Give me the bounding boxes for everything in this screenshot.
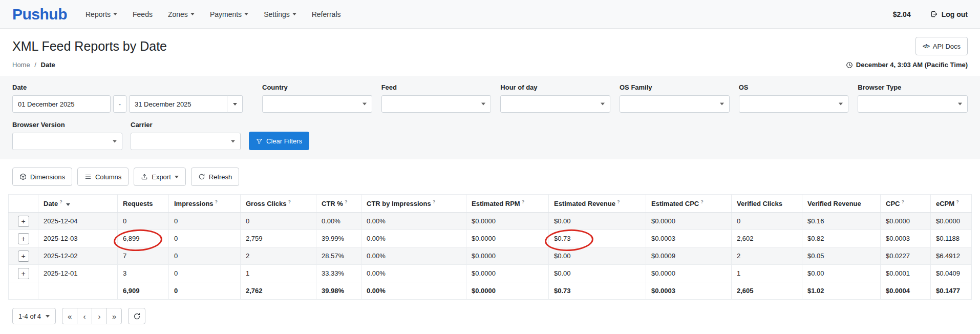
logout-button[interactable]: Log out [930, 10, 968, 18]
logout-label: Log out [942, 10, 968, 18]
nav-item-settings[interactable]: Settings [264, 10, 296, 18]
cell-impressions: 0 [169, 213, 241, 230]
country-select[interactable] [262, 95, 372, 113]
next-page-button[interactable]: › [92, 308, 107, 324]
cell-verified-revenue: $0.16 [802, 213, 881, 230]
cell-requests: 3 [118, 265, 169, 282]
nav-item-label: Payments [210, 10, 242, 18]
page-title: XML Feed Reports by Date [12, 39, 167, 54]
cell-date: 2025-12-01 [38, 265, 118, 282]
browser-type-select[interactable] [858, 95, 968, 113]
account-balance[interactable]: $2.04 [893, 10, 911, 18]
cell-impressions: 0 [169, 247, 241, 265]
totals-row: 6,90902,76239.98%0.00%$0.0000$0.73$0.000… [9, 282, 972, 300]
nav-item-referrals[interactable]: Referrals [312, 10, 341, 18]
table-header-row: Date?RequestsImpressions?Gross Clicks?CT… [9, 195, 972, 213]
nav-item-feeds[interactable]: Feeds [133, 10, 153, 18]
col-gross-clicks: Gross Clicks? [241, 195, 316, 213]
column-label: Date [44, 200, 58, 207]
expand-cell: + [9, 230, 38, 247]
navbar: Pushub ReportsFeedsZonesPaymentsSettings… [0, 0, 980, 29]
help-marker: ? [345, 199, 348, 204]
total-estimated-rpm: $0.0000 [466, 282, 549, 300]
col-date[interactable]: Date? [38, 195, 118, 213]
cell-ctr-by-impressions: 0.00% [361, 230, 466, 247]
cell-date: 2025-12-04 [38, 213, 118, 230]
column-label: Estimated RPM [472, 200, 520, 207]
date-to-input[interactable] [129, 95, 227, 113]
expand-row-button[interactable]: + [18, 216, 29, 227]
chevron-down-icon [958, 103, 962, 106]
help-marker: ? [700, 199, 704, 204]
browser-version-select[interactable] [12, 133, 122, 150]
col-ecpm: eCPM? [931, 195, 972, 213]
expand-row-button[interactable]: + [18, 233, 29, 244]
last-page-button[interactable]: » [106, 308, 122, 324]
total-cpc: $0.0004 [881, 282, 931, 300]
nav-item-label: Zones [168, 10, 188, 18]
refresh-button[interactable]: Refresh [191, 168, 240, 186]
navbar-right: $2.04 Log out [893, 10, 968, 18]
filter-os-family: OS Family [620, 84, 730, 113]
col-ctr-by-impressions: CTR by Impressions? [361, 195, 466, 213]
cell-ctr: 33.33% [316, 265, 361, 282]
cell-estimated-cpc: $0.0003 [646, 230, 732, 247]
col-estimated-cpc: Estimated CPC? [646, 195, 732, 213]
cell-requests: 7 [118, 247, 169, 265]
total-impressions: 0 [169, 282, 241, 300]
column-label: CTR % [322, 200, 343, 207]
nav-item-label: Referrals [312, 10, 341, 18]
total-verified-revenue: $1.02 [802, 282, 881, 300]
export-button[interactable]: Export [134, 168, 186, 186]
os-select[interactable] [739, 95, 849, 113]
filters-panel: Date - CountryFeedHour of dayOS FamilyOS… [0, 76, 980, 159]
nav-item-reports[interactable]: Reports [86, 10, 117, 18]
page-range-select[interactable]: 1-4 of 4 [12, 308, 56, 324]
column-label: Impressions [174, 200, 214, 207]
filter-label: Browser Version [12, 121, 122, 129]
feed-select[interactable] [381, 95, 492, 113]
col-verified-revenue: Verified Revenue [802, 195, 881, 213]
sort-caret-icon [66, 203, 70, 206]
carrier-select[interactable] [131, 133, 241, 150]
report-timestamp: December 4, 3:03 AM (Pacific Time) [846, 61, 968, 69]
column-label: Gross Clicks [246, 200, 287, 207]
cell-verified-clicks: 2,602 [732, 230, 802, 247]
column-label: Estimated CPC [651, 200, 699, 207]
hour-of-day-select[interactable] [500, 95, 610, 113]
refresh-icon [133, 312, 141, 320]
cell-ecpm: $6.4912 [931, 247, 972, 265]
breadcrumb-home[interactable]: Home [12, 61, 30, 69]
cell-requests: 0 [118, 213, 169, 230]
columns-button[interactable]: Columns [77, 168, 129, 186]
expand-row-button[interactable]: + [18, 268, 29, 279]
page-range-label: 1-4 of 4 [18, 312, 41, 320]
cell-ecpm: $0.0409 [931, 265, 972, 282]
dimensions-button[interactable]: Dimensions [12, 168, 72, 186]
os-family-select[interactable] [620, 95, 730, 113]
filter-label: Hour of day [500, 84, 610, 91]
dimensions-cube-icon [19, 173, 27, 180]
cell-ctr-by-impressions: 0.00% [361, 247, 466, 265]
pagination-refresh-button[interactable] [128, 308, 145, 324]
help-marker: ? [956, 199, 959, 204]
chevron-down-icon [190, 13, 195, 15]
cell-date: 2025-12-03 [38, 230, 118, 247]
prev-page-button[interactable]: ‹ [77, 308, 92, 324]
column-label: CPC [886, 200, 900, 207]
expand-row-button[interactable]: + [18, 251, 29, 262]
brand-logo[interactable]: Pushub [12, 6, 67, 23]
filter-browser-version: Browser Version [12, 121, 122, 150]
logout-icon [930, 10, 938, 18]
total-ecpm: $0.1477 [931, 282, 972, 300]
chevron-down-icon [113, 140, 117, 143]
clear-filters-button[interactable]: Clear Filters [249, 132, 309, 150]
api-docs-button[interactable]: </> API Docs [915, 37, 968, 55]
date-presets-button[interactable] [227, 95, 243, 113]
nav-item-zones[interactable]: Zones [168, 10, 195, 18]
first-page-button[interactable]: « [62, 308, 77, 324]
table-foot: 6,90902,76239.98%0.00%$0.0000$0.73$0.000… [9, 282, 972, 300]
refresh-icon [198, 173, 205, 180]
date-from-input[interactable] [12, 95, 111, 113]
nav-item-payments[interactable]: Payments [210, 10, 248, 18]
